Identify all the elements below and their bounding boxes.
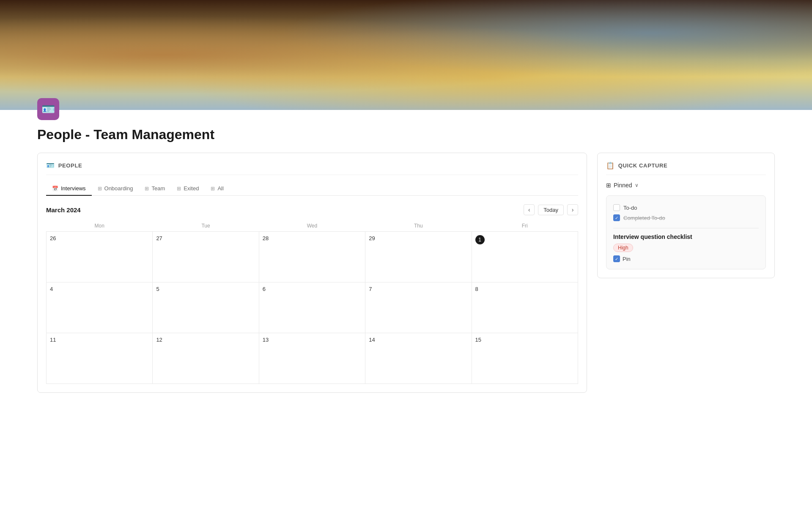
day-number: 15 xyxy=(475,337,481,343)
quick-capture-header: 📋 QUICK CAPTURE xyxy=(606,162,766,175)
page-icon-emoji: 🪪 xyxy=(41,103,55,116)
page-icon: 🪪 xyxy=(37,98,59,120)
day-number: 29 xyxy=(369,235,375,241)
people-panel-header: 🪪 PEOPLE xyxy=(46,162,578,175)
calendar-prev-button[interactable]: ‹ xyxy=(524,204,535,215)
pin-label: Pin xyxy=(623,256,631,262)
calendar-day[interactable]: 6 xyxy=(259,282,365,333)
tab-exited[interactable]: ⊞ Exited xyxy=(171,182,205,196)
col-thu: Thu xyxy=(365,220,472,232)
todo-checkbox[interactable] xyxy=(613,204,620,211)
capture-card: To-do ✓ Completed To-do Interview questi… xyxy=(606,195,766,269)
calendar-day[interactable]: 14 xyxy=(365,333,472,384)
hero-banner xyxy=(0,0,812,110)
calendar-day[interactable]: 8 xyxy=(472,282,578,333)
day-number-today: 1 xyxy=(475,235,485,244)
onboarding-tab-label: Onboarding xyxy=(104,185,133,192)
interviews-tab-icon: 📅 xyxy=(52,186,58,192)
completed-todo-checkbox[interactable]: ✓ xyxy=(613,214,620,221)
calendar-body: 26 27 28 29 1 xyxy=(47,232,578,384)
calendar-week-1: 26 27 28 29 1 xyxy=(47,232,578,282)
calendar-day[interactable]: 26 xyxy=(47,232,153,282)
day-number: 11 xyxy=(50,337,56,343)
people-panel-label: PEOPLE xyxy=(58,162,82,169)
all-tab-label: All xyxy=(217,185,223,192)
day-number: 27 xyxy=(156,235,162,241)
exited-tab-label: Exited xyxy=(184,185,199,192)
completed-todo-item[interactable]: ✓ Completed To-do xyxy=(613,213,759,223)
day-number: 4 xyxy=(50,286,53,292)
calendar-day[interactable]: 29 xyxy=(365,232,472,282)
onboarding-tab-icon: ⊞ xyxy=(98,186,102,192)
tab-team[interactable]: ⊞ Team xyxy=(139,182,171,196)
calendar-nav: March 2024 ‹ Today › xyxy=(46,204,578,215)
calendar-day[interactable]: 5 xyxy=(153,282,259,333)
exited-tab-icon: ⊞ xyxy=(177,186,181,192)
calendar-day[interactable]: 4 xyxy=(47,282,153,333)
day-number: 12 xyxy=(156,337,162,343)
day-number: 6 xyxy=(263,286,266,292)
day-number: 14 xyxy=(369,337,375,343)
col-fri: Fri xyxy=(472,220,578,232)
calendar-grid: Mon Tue Wed Thu Fri 26 27 28 xyxy=(46,220,578,384)
todo-label: To-do xyxy=(623,205,637,211)
high-priority-label: High xyxy=(613,244,633,252)
calendar-day[interactable]: 27 xyxy=(153,232,259,282)
calendar-title: March 2024 xyxy=(46,206,81,214)
tab-interviews[interactable]: 📅 Interviews xyxy=(46,182,92,196)
calendar-day[interactable]: 15 xyxy=(472,333,578,384)
people-tabs: 📅 Interviews ⊞ Onboarding ⊞ Team ⊞ Exite… xyxy=(46,182,578,196)
calendar-week-2: 4 5 6 7 8 xyxy=(47,282,578,333)
quick-capture-label: QUICK CAPTURE xyxy=(618,162,668,169)
day-number: 8 xyxy=(475,286,478,292)
quick-capture-icon: 📋 xyxy=(606,162,615,170)
calendar-day[interactable]: 11 xyxy=(47,333,153,384)
priority-badge: High xyxy=(613,244,759,255)
day-number: 5 xyxy=(156,286,159,292)
chevron-down-icon: ∨ xyxy=(635,182,639,188)
tab-onboarding[interactable]: ⊞ Onboarding xyxy=(92,182,139,196)
tab-all[interactable]: ⊞ All xyxy=(205,182,229,196)
people-panel: 🪪 PEOPLE 📅 Interviews ⊞ Onboarding ⊞ Tea… xyxy=(37,153,587,393)
pinned-label: Pinned xyxy=(614,182,632,189)
completed-todo-label: Completed To-do xyxy=(623,215,665,221)
day-number: 28 xyxy=(263,235,269,241)
grid-icon: ⊞ xyxy=(606,182,611,189)
col-tue: Tue xyxy=(153,220,259,232)
pin-item[interactable]: ✓ Pin xyxy=(613,255,759,262)
col-mon: Mon xyxy=(47,220,153,232)
day-number: 7 xyxy=(369,286,372,292)
calendar-day[interactable]: 13 xyxy=(259,333,365,384)
page-title: People - Team Management xyxy=(37,127,812,143)
main-content: 🪪 PEOPLE 📅 Interviews ⊞ Onboarding ⊞ Tea… xyxy=(0,153,812,410)
day-number: 26 xyxy=(50,235,56,241)
hero-image xyxy=(0,0,812,110)
team-tab-label: Team xyxy=(151,185,165,192)
calendar-day[interactable]: 28 xyxy=(259,232,365,282)
team-tab-icon: ⊞ xyxy=(145,186,149,192)
day-number: 13 xyxy=(263,337,269,343)
interviews-tab-label: Interviews xyxy=(61,185,86,192)
card-divider xyxy=(613,228,759,228)
calendar-header: Mon Tue Wed Thu Fri xyxy=(47,220,578,232)
all-tab-icon: ⊞ xyxy=(211,186,215,192)
calendar-today-button[interactable]: Today xyxy=(538,205,564,215)
calendar-next-button[interactable]: › xyxy=(567,204,578,215)
quick-capture-panel: 📋 QUICK CAPTURE ⊞ Pinned ∨ To-do ✓ Compl… xyxy=(597,153,775,278)
col-wed: Wed xyxy=(259,220,365,232)
todo-item[interactable]: To-do xyxy=(613,203,759,213)
calendar-day-today[interactable]: 1 xyxy=(472,232,578,282)
pin-checkbox[interactable]: ✓ xyxy=(613,255,620,262)
calendar-controls: ‹ Today › xyxy=(524,204,578,215)
calendar-week-3: 11 12 13 14 15 xyxy=(47,333,578,384)
people-panel-icon: 🪪 xyxy=(46,162,55,170)
interview-checklist-title: Interview question checklist xyxy=(613,233,759,240)
calendar-day[interactable]: 12 xyxy=(153,333,259,384)
pinned-toggle[interactable]: ⊞ Pinned ∨ xyxy=(606,182,766,189)
calendar-day[interactable]: 7 xyxy=(365,282,472,333)
